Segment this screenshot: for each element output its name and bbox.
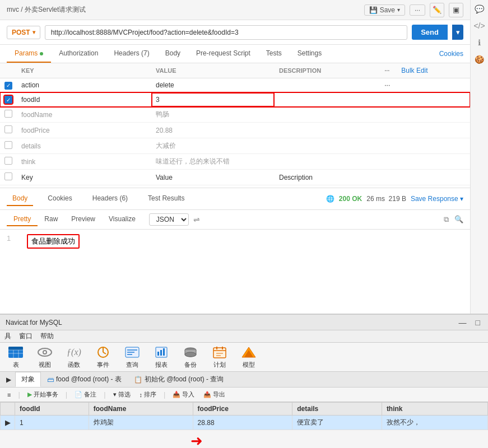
row-more-cell[interactable] — [380, 107, 397, 123]
tab-settings[interactable]: Settings — [290, 45, 329, 63]
toolbar-model[interactable]: 模型 — [238, 345, 260, 369]
row-more-cell[interactable] — [380, 138, 397, 154]
row-key-placeholder[interactable]: Key — [17, 170, 151, 185]
navicat-tab-food-table[interactable]: 🗃 food @food (root) - 表 — [41, 372, 128, 387]
row-key-cell[interactable]: think — [17, 154, 151, 170]
wrap-icon[interactable]: ⇌ — [193, 215, 200, 224]
tab-params[interactable]: Params — [7, 45, 51, 63]
row-key-cell[interactable]: action — [17, 78, 151, 93]
response-view-raw[interactable]: Raw — [38, 213, 64, 226]
note-button[interactable]: 📄 备注 — [72, 389, 99, 400]
toolbar-function[interactable]: ƒ(x) 函数 — [63, 345, 85, 369]
response-view-preview[interactable]: Preview — [64, 213, 102, 226]
format-select[interactable]: JSON XML HTML — [149, 213, 189, 226]
tab-pre-request[interactable]: Pre-request Script — [188, 45, 258, 63]
cell-think[interactable]: 孜然不少， — [382, 416, 487, 430]
toolbar-table[interactable]: 表 — [4, 345, 27, 369]
table-row[interactable]: ▶ 1 炸鸡架 28.88 便宜卖了 孜然不少， — [1, 416, 488, 430]
search-icon[interactable]: 🔍 — [454, 215, 463, 224]
row-value-cell[interactable]: delete — [151, 78, 275, 93]
send-button[interactable]: Send — [412, 25, 448, 40]
row-checkbox[interactable]: ✓ — [4, 96, 12, 104]
row-key-cell[interactable]: details — [17, 138, 151, 154]
toolbar-query[interactable]: 查询 — [121, 345, 143, 369]
cell-foodid[interactable]: 1 — [15, 416, 89, 430]
row-checkbox[interactable] — [4, 172, 12, 180]
row-checkbox[interactable] — [4, 157, 12, 165]
menu-window[interactable]: 窗口 — [19, 332, 32, 341]
response-tab-test-results[interactable]: Test Results — [142, 192, 190, 206]
code-icon[interactable]: </> — [473, 21, 485, 30]
response-tab-body[interactable]: Body — [7, 192, 33, 206]
navicat-tab-arrow[interactable]: ▶ — [2, 373, 15, 386]
cookie-icon[interactable]: 🍪 — [475, 55, 484, 64]
minimize-button[interactable]: — — [457, 318, 469, 327]
dots-button[interactable]: ··· — [410, 4, 425, 16]
row-key-cell[interactable]: foodName — [17, 107, 151, 123]
response-view-visualize[interactable]: Visualize — [102, 213, 142, 226]
row-key-cell[interactable]: foodId — [17, 92, 151, 107]
save-response-button[interactable]: Save Response ▾ — [411, 195, 463, 203]
copy-icon[interactable]: ⧉ — [444, 215, 449, 224]
save-button[interactable]: 💾 Save ▾ — [364, 4, 405, 16]
row-value-cell[interactable]: 3 — [151, 92, 275, 107]
chat-icon[interactable]: 💬 — [475, 4, 484, 13]
url-bar: POST ▾ Send ▾ — [0, 20, 470, 45]
row-value-cell[interactable]: 20.88 — [151, 123, 275, 138]
title-bar: mvc / 外卖Servlet请求测试 💾 Save ▾ ··· ✏️ ▣ — [0, 0, 470, 20]
export-button[interactable]: 📤 导出 — [201, 389, 228, 400]
svg-rect-17 — [157, 352, 159, 356]
row-checkbox[interactable] — [4, 141, 12, 149]
cell-foodprice[interactable]: 28.88 — [193, 416, 292, 430]
navicat-tab-object[interactable]: 对象 — [15, 372, 41, 387]
filter-button[interactable]: ▾ 筛选 — [110, 389, 133, 400]
method-select[interactable]: POST ▾ — [7, 26, 40, 39]
toolbar-table-label: 表 — [13, 361, 19, 369]
row-more-cell[interactable] — [380, 123, 397, 138]
import-button[interactable]: 📥 导入 — [170, 389, 197, 400]
schedule-icon — [211, 345, 229, 360]
send-dropdown-button[interactable]: ▾ — [452, 25, 463, 40]
response-tab-cookies[interactable]: Cookies — [42, 192, 77, 206]
info-icon[interactable]: ℹ — [478, 38, 481, 47]
toolbar-report[interactable]: 报表 — [150, 345, 173, 369]
tab-body[interactable]: Body — [157, 45, 188, 63]
bulk-edit-button[interactable]: Bulk Edit — [401, 67, 427, 74]
row-value-cell[interactable]: 味道还行，总的来说不错 — [151, 154, 275, 170]
row-value-cell[interactable]: 大减价 — [151, 138, 275, 154]
layout-icon-button[interactable]: ▣ — [449, 3, 463, 17]
row-value-cell[interactable]: 鸭肠 — [151, 107, 275, 123]
navicat-tab-init-query[interactable]: 📋 初始化 @food (root) - 查询 — [128, 372, 230, 387]
cell-details[interactable]: 便宜卖了 — [292, 416, 382, 430]
menu-help[interactable]: 帮助 — [40, 332, 54, 341]
row-more-cell[interactable] — [380, 170, 397, 185]
toolbar-event[interactable]: 事件 — [92, 345, 114, 369]
query-tab-icon: 📋 — [134, 376, 142, 384]
edit-icon-button[interactable]: ✏️ — [430, 3, 444, 17]
row-more-cell[interactable] — [380, 154, 397, 170]
row-checkbox[interactable] — [4, 110, 12, 118]
toolbar-view[interactable]: 视图 — [34, 345, 56, 369]
row-more-cell[interactable]: ··· — [380, 78, 397, 93]
toolbar-schedule[interactable]: 计划 — [208, 345, 231, 369]
row-key-cell[interactable]: foodPrice — [17, 123, 151, 138]
tab-headers[interactable]: Headers (7) — [106, 45, 157, 63]
sort-button[interactable]: ↕ 排序 — [137, 389, 160, 400]
cookies-link[interactable]: Cookies — [439, 50, 463, 58]
toolbar-backup[interactable]: 备份 — [179, 345, 202, 369]
response-tab-headers[interactable]: Headers (6) — [87, 192, 133, 206]
tab-tests[interactable]: Tests — [258, 45, 290, 63]
begin-transaction-button[interactable]: ▶ 开始事务 — [25, 389, 61, 400]
row-more-cell[interactable] — [380, 92, 397, 107]
menu-tools[interactable]: 具 — [4, 332, 11, 341]
url-input[interactable] — [45, 25, 408, 40]
method-label: POST — [12, 29, 30, 36]
maximize-button[interactable]: □ — [473, 318, 482, 327]
obj-menu-button[interactable]: ≡ — [4, 390, 13, 399]
response-view-pretty[interactable]: Pretty — [7, 213, 38, 226]
row-checkbox[interactable] — [4, 125, 12, 133]
row-value-placeholder[interactable]: Value — [151, 170, 275, 185]
cell-foodname[interactable]: 炸鸡架 — [89, 416, 193, 430]
tab-authorization[interactable]: Authorization — [51, 45, 106, 63]
row-checkbox[interactable]: ✓ — [4, 82, 12, 90]
